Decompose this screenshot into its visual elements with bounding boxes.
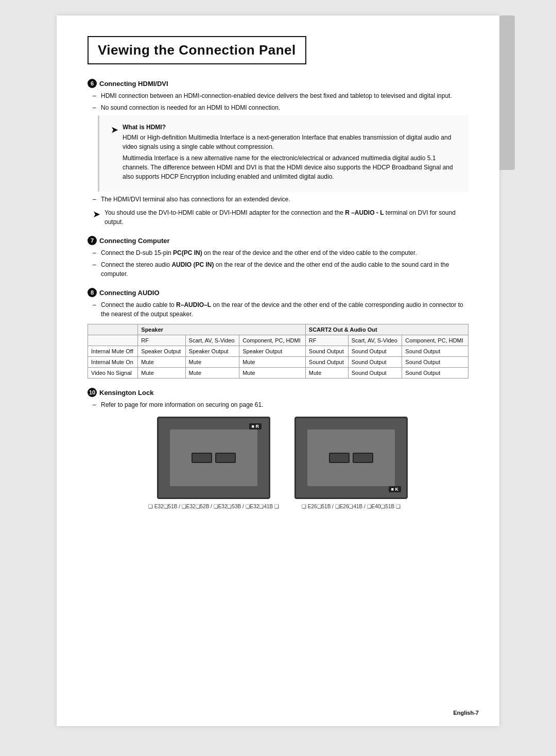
row2-comp2: Sound Output	[402, 357, 468, 368]
title-box: Viewing the Connection Panel	[88, 36, 306, 64]
audio-bullet-1: Connect the audio cable to R–AUDIO–L on …	[93, 300, 468, 319]
tv-frame-right: ■ K	[294, 417, 408, 499]
hdmi-arrow-text: You should use the DVI-to-HDMI cable or …	[105, 208, 468, 227]
caption-right: ❑ E26❑51B / ❑E26❑41B / ❑E40❑51B ❑	[302, 503, 401, 510]
row1-scart: Speaker Output	[185, 346, 239, 357]
col-speaker: Speaker	[138, 324, 306, 335]
row3-scart2: Sound Output	[348, 368, 402, 379]
hdmi-bullet-1: HDMI connection between an HDMI-connecti…	[93, 91, 468, 100]
what-is-hdmi-title: What is HDMI?	[123, 124, 462, 131]
tv-frame-left: ■ R	[157, 417, 270, 499]
row2-label: Internal Mute On	[88, 357, 138, 368]
sidebar-decoration	[499, 15, 515, 170]
section-header-kensington: 10 Kensington Lock	[88, 388, 468, 397]
row2-scart: Mute	[185, 357, 239, 368]
what-is-hdmi-arrow: ➤ What is HDMI? HDMI or High-definition …	[111, 124, 462, 183]
section-header-computer: 7 Connecting Computer	[88, 236, 468, 245]
row1-scart2: Sound Output	[348, 346, 402, 357]
audio-label-bold: R –AUDIO - L	[345, 209, 384, 216]
arrow-icon-2: ➤	[93, 208, 100, 221]
row2-scart2: Sound Output	[348, 357, 402, 368]
row3-rf2: Mute	[305, 368, 348, 379]
row3-rf: Mute	[138, 368, 185, 379]
row1-rf: Speaker Output	[138, 346, 185, 357]
sub-rf2: RF	[305, 335, 348, 346]
audiopcin-label: AUDIO (PC IN)	[171, 261, 214, 268]
sub-component2: Component, PC, HDMI	[402, 335, 468, 346]
hdmi-note: The HDMI/DVI terminal also has connectio…	[93, 195, 468, 204]
row1-comp: Speaker Output	[239, 346, 306, 357]
row1-rf2: Sound Output	[305, 346, 348, 357]
audio-bullets: Connect the audio cable to R–AUDIO–L on …	[88, 300, 468, 319]
ports-right	[329, 453, 373, 463]
row3-label: Video No Signal	[88, 368, 138, 379]
section-kensington: 10 Kensington Lock Refer to page for mor…	[88, 388, 468, 510]
section-computer: 7 Connecting Computer Connect the D-sub …	[88, 236, 468, 279]
section-label-kensington: Kensington Lock	[99, 389, 153, 397]
kensington-images: ■ R ❑ E32❑51B / ❑E32❑52B / ❑E32❑53B / ❑E…	[88, 417, 468, 510]
section-label-hdmi: Connecting HDMI/DVI	[99, 80, 168, 88]
audio-table-row-2: Internal Mute On Mute Mute Mute Sound Ou…	[88, 357, 468, 368]
kensington-bullet: Refer to page for more information on se…	[93, 400, 468, 409]
r-audio-label: R–AUDIO–L	[176, 301, 211, 308]
row2-comp: Mute	[239, 357, 306, 368]
row1-comp2: Sound Output	[402, 346, 468, 357]
section-audio: 8 Connecting AUDIO Connect the audio cab…	[88, 288, 468, 379]
port-right-2	[353, 453, 373, 463]
row3-comp: Mute	[239, 368, 306, 379]
audio-table-subheader-row: RF Scart, AV, S-Video Component, PC, HDM…	[88, 335, 468, 346]
page-footer: English-7	[453, 710, 479, 716]
sub-scart-av: Scart, AV, S-Video	[185, 335, 239, 346]
audio-table: Speaker SCART2 Out & Audio Out RF Scart,…	[88, 324, 468, 379]
what-is-hdmi-block: ➤ What is HDMI? HDMI or High-definition …	[98, 115, 468, 192]
computer-bullet-2: Connect the stereo audio AUDIO (PC IN) o…	[93, 260, 468, 279]
section-num-6: 6	[88, 79, 97, 88]
row3-scart: Mute	[185, 368, 239, 379]
section-num-7: 7	[88, 236, 97, 245]
caption-left: ❑ E32❑51B / ❑E32❑52B / ❑E32❑53B / ❑E32❑4…	[148, 503, 279, 510]
page-content: Viewing the Connection Panel 6 Connectin…	[57, 15, 499, 726]
row2-rf2: Sound Output	[305, 357, 348, 368]
hdmi-bullets: HDMI connection between an HDMI-connecti…	[88, 91, 468, 112]
sub-component: Component, PC, HDMI	[239, 335, 306, 346]
hdmi-para-1: HDMI or High-definition Multimedia Inter…	[123, 133, 462, 151]
hdmi-note-bullets: The HDMI/DVI terminal also has connectio…	[88, 195, 468, 204]
sub-empty	[88, 335, 138, 346]
section-header-audio: 8 Connecting AUDIO	[88, 288, 468, 297]
section-label-audio: Connecting AUDIO	[99, 289, 160, 297]
pcin-label: PC(PC IN)	[173, 249, 202, 256]
port-left-1	[192, 453, 212, 463]
section-hdmi-dvi: 6 Connecting HDMI/DVI HDMI connection be…	[88, 79, 468, 227]
audio-table-row-3: Video No Signal Mute Mute Mute Mute Soun…	[88, 368, 468, 379]
col-empty	[88, 324, 138, 335]
k-label-right-bottom: ■ K	[389, 486, 401, 492]
arrow-icon: ➤	[111, 124, 118, 136]
section-header-hdmi: 6 Connecting HDMI/DVI	[88, 79, 468, 88]
kensington-bullets: Refer to page for more information on se…	[88, 400, 468, 409]
port-left-2	[215, 453, 236, 463]
computer-bullets: Connect the D-sub 15-pin PC(PC IN) on th…	[88, 248, 468, 279]
sub-rf: RF	[138, 335, 185, 346]
audio-table-header-row: Speaker SCART2 Out & Audio Out	[88, 324, 468, 335]
ports-left	[192, 453, 236, 463]
inner-panel-right	[307, 429, 395, 486]
audio-table-row-1: Internal Mute Off Speaker Output Speaker…	[88, 346, 468, 357]
inner-panel-left	[170, 429, 257, 486]
row3-comp2: Sound Output	[402, 368, 468, 379]
col-scart: SCART2 Out & Audio Out	[305, 324, 468, 335]
section-num-10: 10	[88, 388, 97, 397]
row2-rf: Mute	[138, 357, 185, 368]
tv-image-left: ■ R ❑ E32❑51B / ❑E32❑52B / ❑E32❑53B / ❑E…	[148, 417, 279, 510]
k-label-left-top: ■ R	[249, 423, 262, 429]
row1-label: Internal Mute Off	[88, 346, 138, 357]
sub-scart-av2: Scart, AV, S-Video	[348, 335, 402, 346]
hdmi-arrow-note: ➤ You should use the DVI-to-HDMI cable o…	[93, 208, 468, 227]
section-num-8: 8	[88, 288, 97, 297]
page-title: Viewing the Connection Panel	[98, 42, 296, 58]
tv-image-right: ■ K ❑ E26❑51B / ❑E26❑41B / ❑E40❑51B ❑	[294, 417, 408, 510]
computer-bullet-1: Connect the D-sub 15-pin PC(PC IN) on th…	[93, 248, 468, 257]
hdmi-para-2: Multimedia Interface is a new alternativ…	[123, 153, 462, 181]
hdmi-bullet-2: No sound connection is needed for an HDM…	[93, 103, 468, 112]
section-label-computer: Connecting Computer	[99, 237, 170, 245]
port-right-1	[329, 453, 350, 463]
